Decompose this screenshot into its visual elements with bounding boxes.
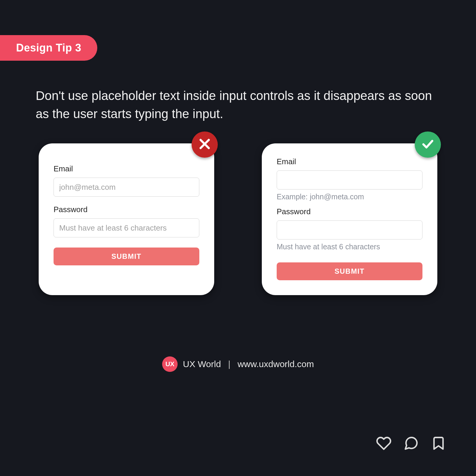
email-helper-text: Example: john@meta.com: [277, 192, 422, 201]
badge-label: Design Tip 3: [16, 42, 81, 54]
password-helper-text: Must have at least 6 characters: [277, 242, 422, 251]
example-card-bad: Email Password SUBMIT: [39, 143, 214, 295]
bookmark-icon[interactable]: [431, 436, 446, 452]
email-field-group: Email Example: john@meta.com: [277, 157, 422, 201]
email-field-group: Email: [54, 164, 199, 197]
footer-attribution: UX UX World | www.uxdworld.com: [0, 356, 476, 372]
submit-button[interactable]: SUBMIT: [277, 262, 422, 280]
comment-icon[interactable]: [403, 436, 419, 452]
password-input[interactable]: [277, 220, 422, 239]
brand-url: www.uxdworld.com: [237, 359, 314, 369]
password-input[interactable]: [54, 218, 199, 237]
example-card-good: Email Example: john@meta.com Password Mu…: [262, 143, 437, 295]
brand-name: UX World: [183, 359, 221, 369]
email-input[interactable]: [54, 178, 199, 197]
password-label: Password: [277, 207, 422, 216]
comparison-cards: Email Password SUBMIT Email Example: joh…: [39, 143, 437, 295]
password-field-group: Password Must have at least 6 characters: [277, 207, 422, 251]
separator: |: [226, 359, 232, 369]
status-badge-bad: [192, 131, 218, 158]
email-label: Email: [277, 157, 422, 166]
email-label: Email: [54, 164, 199, 173]
tip-description: Don't use placeholder text inside input …: [36, 87, 440, 123]
password-field-group: Password: [54, 205, 199, 237]
heart-icon[interactable]: [376, 436, 392, 452]
password-label: Password: [54, 205, 199, 214]
status-badge-good: [415, 131, 441, 158]
x-icon: [198, 137, 212, 152]
brand-logo: UX: [162, 356, 178, 372]
design-tip-badge: Design Tip 3: [0, 35, 97, 61]
email-input[interactable]: [277, 170, 422, 190]
submit-button[interactable]: SUBMIT: [54, 248, 199, 265]
social-actions: [376, 436, 446, 452]
check-icon: [421, 137, 435, 152]
logo-text: UX: [165, 360, 174, 368]
